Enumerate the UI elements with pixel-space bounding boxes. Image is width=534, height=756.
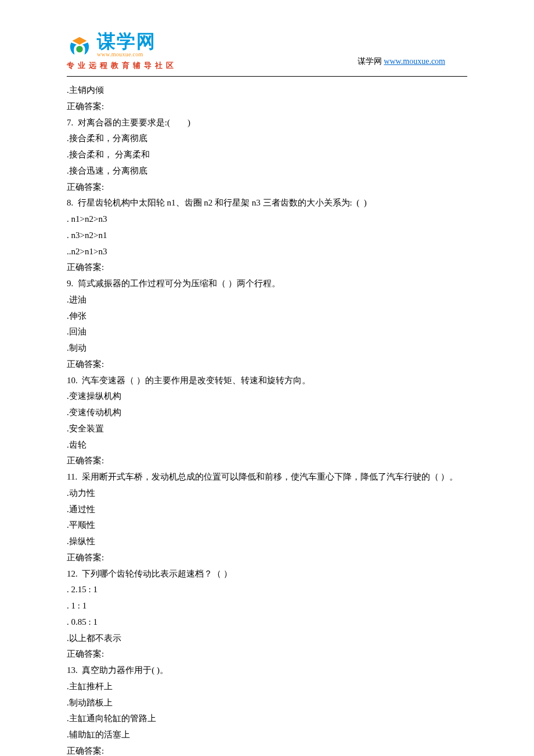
text-line: .进油 (67, 292, 467, 308)
text-line: . n1>n2>n3 (67, 211, 467, 228)
text-line: . 2.15 : 1 (67, 582, 467, 598)
text-line: 正确答案: (67, 453, 467, 469)
document-page: 谋学网 www.mouxue.com 专业远程教育辅导社区 谋学网 www.mo… (0, 0, 534, 756)
logo-cn-name: 谋学网 (97, 32, 156, 51)
text-line: .主缸推杆上 (67, 679, 467, 695)
text-line: 正确答案: (67, 260, 467, 276)
logo-top: 谋学网 www.mouxue.com (67, 32, 177, 57)
logo-icon (67, 34, 92, 56)
text-line: .安全装置 (67, 421, 467, 437)
text-line: .辅助缸的活塞上 (67, 727, 467, 743)
text-line: .变速传动机构 (67, 405, 467, 421)
text-line: 12. 下列哪个齿轮传动比表示超速档？（ ） (67, 566, 467, 582)
text-line: 10. 汽车变速器（ ）的主要作用是改变转矩、转速和旋转方向。 (67, 373, 467, 389)
text-line: . 0.85 : 1 (67, 614, 467, 631)
header-right-prefix: 谋学网 (358, 57, 384, 66)
text-line: .平顺性 (67, 517, 467, 534)
text-line: .齿轮 (67, 437, 467, 453)
text-line: 正确答案: (67, 179, 467, 196)
text-line: .主销内倾 (67, 82, 467, 99)
text-line: .动力性 (67, 485, 467, 502)
text-line: .接合柔和， 分离柔和 (67, 147, 467, 163)
text-line: 9. 筒式减振器的工作过程可分为压缩和（ ）两个行程。 (67, 276, 467, 292)
header-link[interactable]: www.mouxue.com (384, 57, 445, 66)
text-line: .操纵性 (67, 534, 467, 550)
text-line: .接合迅速，分离彻底 (67, 163, 467, 179)
logo-tagline: 专业远程教育辅导社区 (67, 59, 177, 73)
text-line: 正确答案: (67, 357, 467, 373)
text-line: 正确答案: (67, 743, 467, 756)
text-line: .回油 (67, 324, 467, 340)
text-line: .变速操纵机构 (67, 388, 467, 405)
text-line: . 1 : 1 (67, 598, 467, 614)
text-line: .制动踏板上 (67, 695, 467, 711)
header-right: 谋学网 www.mouxue.com (358, 54, 467, 73)
logo-url: www.mouxue.com (97, 52, 156, 57)
text-line: 7. 对离合器的主要要求是:( ) (67, 115, 467, 131)
text-line: .通过性 (67, 502, 467, 518)
text-line: . n3>n2>n1 (67, 228, 467, 244)
text-line: .制动 (67, 340, 467, 357)
document-content: .主销内倾正确答案:7. 对离合器的主要要求是:( ).接合柔和，分离彻底.接合… (67, 82, 467, 756)
header-divider (67, 76, 467, 77)
text-line: 13. 真空助力器作用于( )。 (67, 663, 467, 679)
page-header: 谋学网 www.mouxue.com 专业远程教育辅导社区 谋学网 www.mo… (67, 32, 467, 73)
logo-block: 谋学网 www.mouxue.com 专业远程教育辅导社区 (67, 32, 177, 73)
logo-text: 谋学网 www.mouxue.com (97, 32, 156, 57)
svg-point-0 (76, 46, 82, 52)
text-line: 11. 采用断开式车桥，发动机总成的位置可以降低和前移，使汽车重心下降，降低了汽… (67, 469, 467, 485)
text-line: .接合柔和，分离彻底 (67, 131, 467, 147)
text-line: 正确答案: (67, 550, 467, 566)
text-line: .以上都不表示 (67, 631, 467, 647)
text-line: 正确答案: (67, 99, 467, 115)
text-line: 正确答案: (67, 646, 467, 663)
text-line: 8. 行星齿轮机构中太阳轮 n1、齿圈 n2 和行星架 n3 三者齿数的大小关系… (67, 195, 467, 211)
text-line: .伸张 (67, 308, 467, 325)
text-line: ..n2>n1>n3 (67, 244, 467, 260)
text-line: .主缸通向轮缸的管路上 (67, 711, 467, 727)
